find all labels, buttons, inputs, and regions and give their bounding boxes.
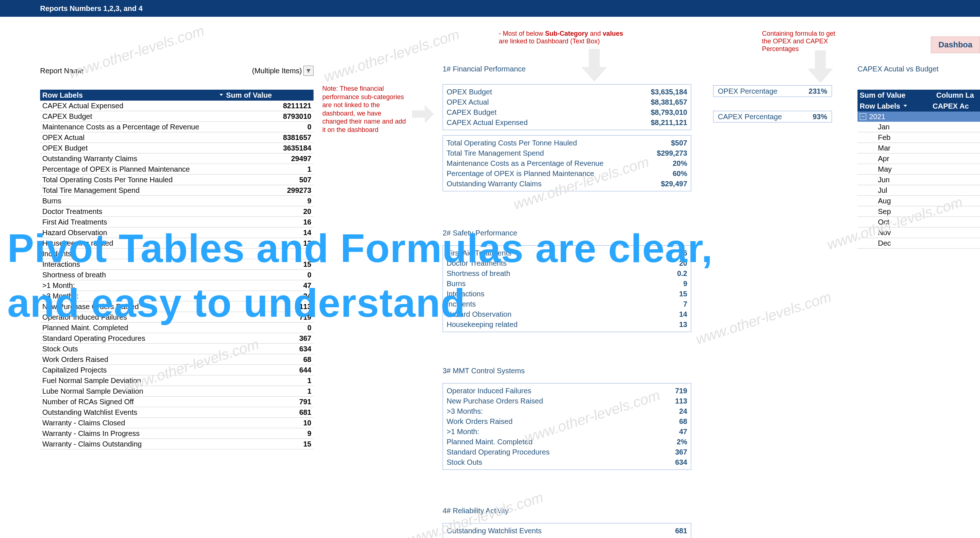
label: First Aid Treatments [447,248,633,258]
pivot-row[interactable]: Maintenance Costs as a Percentage of Rev… [40,122,313,132]
value: 60% [633,169,687,178]
pivot-row[interactable]: Burns9 [40,196,313,206]
watermark: www.other-levels.com [694,288,834,348]
rp-month-row[interactable]: Mar [858,143,980,153]
pivot-label: New Purchase Orders Raised [40,301,267,312]
pivot-value: 0 [267,122,313,132]
pivot-dropdown-icon[interactable] [216,90,226,100]
value: 9 [633,279,687,289]
pivot-row[interactable]: >1 Month:47 [40,280,313,291]
rp-month-row[interactable]: Nov [858,228,980,238]
text-bold: Sub-Category [545,30,588,37]
label: OPEX Budget [447,87,633,97]
capex-percentage-cell: CAPEX Percentage 93% [713,111,832,123]
section-mmt: 3# MMT Control Systems Operator Induced … [442,367,691,475]
pivot-row[interactable]: Planned Maint. Completed0 [40,323,313,333]
value: 68 [633,416,687,427]
pivot-row[interactable]: OPEX Budget3635184 [40,143,313,153]
pivot-row[interactable]: Warranty - Claims Closed10 [40,418,313,428]
pivot-label: Warranty - Claims Closed [40,418,267,428]
pivot-label: Work Orders Raised [40,354,267,365]
pivot-label: Fuel Normal Sample Deviation [40,376,267,386]
pivot-row[interactable]: Housekeeping related13 [40,238,313,248]
box-row: Housekeeping related13 [447,319,687,329]
pivot-row[interactable]: Shortness of breath0 [40,270,313,280]
text-bold: values [603,30,623,37]
pivot-row[interactable]: Number of RCAs Signed Off791 [40,396,313,407]
pivot-row[interactable]: OPEX Actual8381657 [40,132,313,143]
label: Interactions [447,289,633,299]
value: 113 [633,396,687,406]
note-box: Note: These financial performance sub-ca… [322,84,442,134]
pivot-label: Planned Maint. Completed [40,323,267,333]
pivot-label: Capitalized Projects [40,365,267,375]
section-safety: 2# Safety Performance First Aid Treatmen… [442,229,691,337]
section-title: 1# Financial Performance [442,65,691,73]
pivot-row[interactable]: >3 Months:24 [40,291,313,301]
box-row: CAPEX Budget$8,793,010 [447,107,687,117]
rp-month-row[interactable]: Sep [858,206,980,217]
label: Standard Operating Procedures [447,447,633,457]
label: Work Orders Raised [447,416,633,427]
pivot-row[interactable]: Doctor Treatments20 [40,206,313,217]
filter-dropdown-icon[interactable] [303,65,313,76]
rp-month-row[interactable]: Jan [858,122,980,132]
pivot-value: 8211121 [267,100,313,111]
pivot-label: Stock Outs [40,344,267,354]
pivot-value: 29497 [267,153,313,164]
box-row: Total Operating Costs Per Tonne Hauled$5… [447,138,687,148]
pivot-row[interactable]: Total Tire Management Spend299273 [40,185,313,196]
collapse-icon[interactable]: − [860,113,866,120]
label: CAPEX Actual Expensed [447,117,633,127]
label: CAPEX Percentage [718,111,813,122]
pivot-row[interactable]: Standard Operating Procedures367 [40,333,313,344]
rp-month-row[interactable]: Dec [858,238,980,248]
pivot-row[interactable]: CAPEX Actual Expensed8211121 [40,100,313,111]
pivot-row[interactable]: Operator Induced Failures719 [40,312,313,323]
value: 15 [633,289,687,299]
pivot-row[interactable]: CAPEX Budget8793010 [40,111,313,122]
box-row: Stock Outs634 [447,457,687,467]
text: Containing formula to get [762,30,835,37]
value: 93% [813,111,827,122]
text: dashboard, we have [322,110,381,117]
rp-month-row[interactable]: Jun [858,175,980,185]
pivot-row[interactable]: Total Operating Costs Per Tonne Hauled50… [40,175,313,185]
dropdown-icon[interactable] [902,100,908,111]
pivot-row[interactable]: Capitalized Projects644 [40,365,313,376]
pivot-row[interactable]: Interactions15 [40,259,313,270]
pivot-value: 9 [267,196,313,206]
pivot-row[interactable]: Incidents7 [40,248,313,259]
rp-month-row[interactable]: Aug [858,196,980,206]
rp-month-row[interactable]: Apr [858,153,980,164]
pivot-row[interactable]: Outstanding Watchlist Events681 [40,407,313,418]
value: 367 [633,447,687,457]
value: 719 [633,386,687,396]
pivot-row[interactable]: Lube Normal Sample Deviation1 [40,386,313,396]
pivot-row[interactable]: First Aid Treatments16 [40,217,313,228]
pivot-value: 719 [267,312,313,322]
label: CAPEX Budget [447,107,633,117]
pivot-value: 299273 [267,185,313,195]
label: Row Labels [860,100,900,111]
pivot-row[interactable]: New Purchase Orders Raised113 [40,301,313,312]
pivot-row[interactable]: Stock Outs634 [40,344,313,354]
rp-year-row[interactable]: − 2021 [858,111,980,122]
dashboard-button[interactable]: Dashboa [931,37,980,53]
pivot-row[interactable]: Work Orders Raised68 [40,354,313,365]
pivot-row[interactable]: Fuel Normal Sample Deviation1 [40,376,313,386]
rp-month-row[interactable]: Jul [858,185,980,196]
pivot-row[interactable]: Warranty - Claims Outstanding15 [40,439,313,449]
rp-month-row[interactable]: Oct [858,217,980,228]
pivot-header-rowlabels: Row Labels [40,90,216,100]
value: 16 [633,248,687,258]
value: 20 [633,258,687,268]
pivot-row[interactable]: Hazard Observation14 [40,228,313,238]
section-title: 2# Safety Performance [442,229,691,237]
pivot-row[interactable]: Warranty - Claims In Progress9 [40,428,313,439]
rp-month-row[interactable]: Feb [858,132,980,143]
pivot-row[interactable]: Outstanding Warranty Claims29497 [40,153,313,164]
pivot-row[interactable]: Percentage of OPEX is Planned Maintenanc… [40,164,313,175]
rp-month-row[interactable]: May [858,164,980,175]
value: $29,497 [633,178,687,189]
